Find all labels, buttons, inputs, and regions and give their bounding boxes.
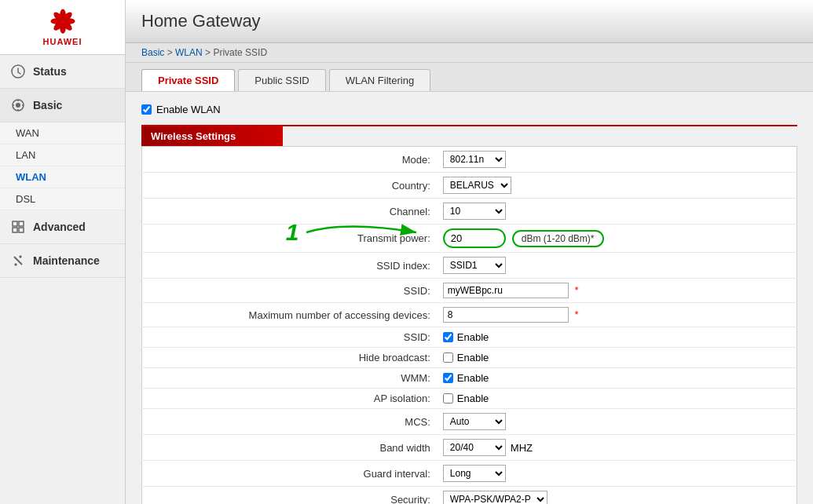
table-row: Security: WPA-PSK/WPA2-PNoneWEPWPA-PSKWP…: [142, 487, 797, 505]
ap-isolation-checkbox[interactable]: [443, 393, 453, 404]
hide-broadcast-label: Hide broadcast:: [142, 348, 437, 368]
ssid-input[interactable]: [443, 283, 569, 298]
sidebar-status-label: Status: [33, 65, 67, 78]
status-icon: [9, 63, 27, 80]
table-row: AP isolation: Enable: [142, 389, 797, 409]
transmit-unit: dBm (1-20 dBm)*: [512, 230, 604, 247]
wmm-label: WMM:: [142, 368, 437, 389]
ssid-enable-checkbox[interactable]: [443, 332, 453, 342]
sidebar: HUAWEI Status Basic WAN LAN WLAN DSL Adv…: [0, 0, 126, 504]
tab-public-ssid[interactable]: Public SSID: [238, 69, 325, 91]
basic-icon: [9, 97, 27, 114]
security-label: Security:: [142, 487, 437, 505]
max-devices-input[interactable]: [443, 307, 569, 323]
huawei-logo-icon: [39, 8, 86, 35]
sidebar-maintenance-label: Maintenance: [33, 254, 100, 267]
ap-isolation-label: AP isolation:: [142, 389, 437, 409]
maintenance-icon: [9, 252, 27, 269]
content-area: Enable WLAN Wireless Settings Mode: 802.…: [126, 92, 813, 504]
sidebar-item-wlan[interactable]: WLAN: [0, 166, 125, 188]
table-row: Channel: Auto1234567891011: [142, 199, 797, 225]
svg-rect-13: [13, 228, 17, 232]
tab-private-ssid[interactable]: Private SSID: [141, 69, 235, 91]
mode-select[interactable]: 802.11n802.11g802.11b: [443, 151, 506, 168]
ssid-required: *: [574, 284, 578, 296]
sidebar-advanced-label: Advanced: [33, 221, 86, 233]
tab-wlan-filtering[interactable]: WLAN Filtering: [329, 69, 430, 91]
table-row: Maximum number of accessing devices: *: [142, 303, 797, 327]
sidebar-item-maintenance[interactable]: Maintenance: [0, 244, 125, 278]
wmm-check-label: Enable: [443, 372, 790, 384]
country-label: Country:: [142, 173, 437, 199]
wireless-settings-header: Wireless Settings: [141, 126, 283, 146]
table-row: WMM: Enable: [142, 368, 797, 389]
guard-interval-select[interactable]: LongShort: [443, 465, 506, 482]
breadcrumb-wlan[interactable]: WLAN: [175, 47, 203, 58]
sidebar-basic-label: Basic: [33, 99, 62, 111]
channel-select[interactable]: Auto1234567891011: [443, 203, 506, 220]
advanced-icon: [9, 218, 27, 236]
ssid-enable-check-label: Enable: [443, 331, 790, 343]
mode-label: Mode:: [142, 147, 437, 173]
max-devices-label: Maximum number of accessing devices:: [142, 303, 437, 327]
table-row: SSID: Enable: [142, 327, 797, 348]
svg-rect-12: [19, 221, 24, 226]
sidebar-item-advanced[interactable]: Advanced: [0, 210, 125, 244]
settings-table: Mode: 802.11n802.11g802.11b Country: BEL…: [141, 146, 797, 504]
svg-rect-11: [13, 221, 17, 226]
channel-label: Channel:: [142, 199, 437, 225]
table-row: SSID index: SSID1SSID2SSID3SSID4: [142, 253, 797, 279]
breadcrumb-basic[interactable]: Basic: [141, 47, 164, 58]
ap-isolation-check-label: Enable: [443, 393, 790, 404]
breadcrumb-private-ssid: Private SSID: [213, 47, 267, 58]
breadcrumb: Basic > WLAN > Private SSID: [126, 43, 813, 63]
brand-name: HUAWEI: [43, 37, 82, 46]
security-select[interactable]: WPA-PSK/WPA2-PNoneWEPWPA-PSKWPA2-PSK: [443, 491, 547, 504]
hide-broadcast-checkbox[interactable]: [443, 352, 453, 363]
mcs-select[interactable]: Auto01234567: [443, 413, 506, 430]
tab-bar: Private SSID Public SSID WLAN Filtering: [126, 63, 813, 92]
svg-rect-14: [19, 228, 24, 232]
ssid-index-select[interactable]: SSID1SSID2SSID3SSID4: [443, 257, 506, 274]
mcs-label: MCS:: [142, 409, 437, 435]
page-header: Home Gateway: [126, 0, 813, 43]
mode-value: 802.11n802.11g802.11b: [437, 147, 797, 173]
enable-wlan-checkbox[interactable]: [141, 104, 152, 115]
table-row: Hide broadcast: Enable: [142, 348, 797, 368]
bandwidth-select[interactable]: 20/4020: [443, 439, 506, 456]
enable-wlan-label: Enable WLAN: [156, 104, 221, 115]
table-row: Mode: 802.11n802.11g802.11b: [142, 147, 797, 173]
table-row: MCS: Auto01234567: [142, 409, 797, 435]
sidebar-item-status[interactable]: Status: [0, 55, 125, 89]
transmit-power-label: Transmit power:: [142, 225, 437, 253]
basic-subnav: WAN LAN WLAN DSL: [0, 122, 125, 210]
sidebar-item-wan[interactable]: WAN: [0, 122, 125, 144]
enable-wlan-row: Enable WLAN: [141, 104, 797, 115]
main-content: Home Gateway Basic > WLAN > Private SSID…: [126, 0, 813, 504]
sidebar-item-basic[interactable]: Basic: [0, 89, 125, 122]
sidebar-item-dsl[interactable]: DSL: [0, 188, 125, 210]
table-row-transmit: Transmit power: 1: [142, 225, 797, 253]
ssid-label: SSID:: [142, 279, 437, 303]
country-select[interactable]: BELARUSUSAUK: [443, 177, 511, 194]
hide-broadcast-check-label: Enable: [443, 352, 790, 363]
wmm-checkbox[interactable]: [443, 373, 453, 383]
table-row: Country: BELARUSUSAUK: [142, 173, 797, 199]
table-row: Band width 20/4020 MHZ: [142, 435, 797, 461]
bandwidth-unit: MHZ: [511, 442, 533, 454]
bandwidth-label: Band width: [142, 435, 437, 461]
guard-interval-label: Guard interval:: [142, 461, 437, 487]
ssid-index-label: SSID index:: [142, 253, 437, 279]
page-title: Home Gateway: [141, 11, 261, 31]
svg-point-10: [16, 103, 20, 108]
logo-area: HUAWEI: [0, 0, 125, 55]
max-devices-required: *: [574, 309, 578, 320]
sidebar-item-lan[interactable]: LAN: [0, 144, 125, 166]
ssid-enable-label: SSID:: [142, 327, 437, 348]
transmit-power-input[interactable]: [443, 228, 506, 248]
table-row: SSID: *: [142, 279, 797, 303]
table-row: Guard interval: LongShort: [142, 461, 797, 487]
